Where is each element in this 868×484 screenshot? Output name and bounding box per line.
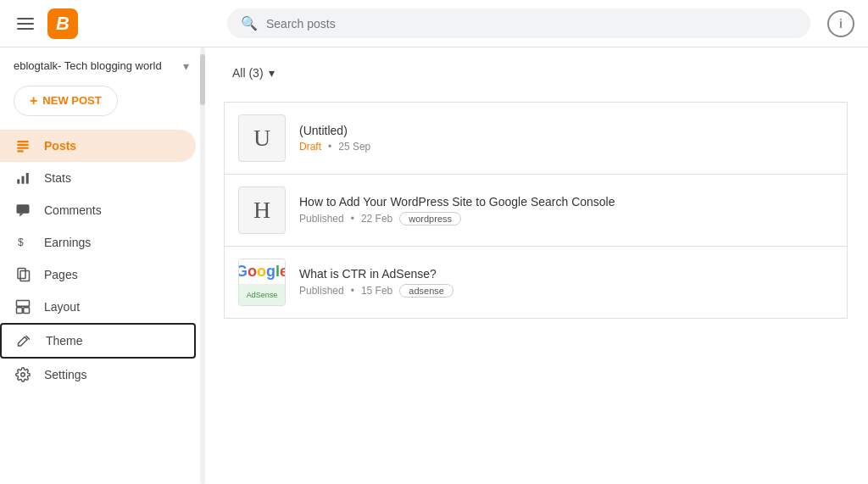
sidebar-item-posts[interactable]: Posts — [0, 130, 196, 162]
new-post-button[interactable]: + NEW POST — [14, 86, 118, 116]
sidebar-item-layout[interactable]: Layout — [0, 291, 196, 323]
table-row[interactable]: Google AdSense What is CTR in AdSense? P… — [224, 246, 848, 319]
svg-rect-13 — [17, 308, 23, 314]
post-meta-2: Published • 22 Feb wordpress — [299, 212, 833, 225]
settings-icon — [14, 367, 32, 382]
filter-dropdown[interactable]: All (3) ▾ — [224, 61, 283, 85]
sidebar-item-posts-label: Posts — [44, 139, 76, 153]
post-meta-sep-3: • — [351, 285, 354, 297]
post-date-3: 15 Feb — [361, 285, 392, 297]
post-date-1: 25 Sep — [338, 141, 370, 153]
filter-row: All (3) ▾ — [224, 61, 848, 85]
search-icon: 🔍 — [241, 15, 258, 31]
svg-marker-8 — [19, 214, 24, 217]
plus-icon: + — [30, 93, 37, 108]
svg-rect-7 — [17, 204, 30, 214]
post-meta-1: Draft • 25 Sep — [299, 141, 833, 153]
svg-rect-1 — [17, 144, 29, 146]
sidebar-item-layout-label: Layout — [44, 300, 80, 314]
table-row[interactable]: H How to Add Your WordPress Site to Goog… — [224, 174, 848, 246]
post-title-2: How to Add Your WordPress Site to Google… — [299, 195, 833, 209]
post-list: U (Untitled) Draft • 25 Sep H How to — [224, 102, 848, 319]
blog-name: eblogtalk- Tech blogging world — [14, 59, 176, 74]
stats-icon — [14, 170, 32, 186]
sidebar-item-earnings[interactable]: $ Earnings — [0, 226, 196, 259]
blog-name-row[interactable]: eblogtalk- Tech blogging world ▾ — [0, 47, 203, 82]
post-tag-adsense: adsense — [399, 284, 453, 298]
blogger-logo: B — [47, 8, 78, 39]
post-title-1: (Untitled) — [299, 124, 833, 137]
posts-icon — [14, 138, 32, 153]
post-thumbnail-2: H — [238, 186, 286, 234]
post-meta-sep-1: • — [328, 141, 331, 153]
sidebar-item-settings-label: Settings — [44, 368, 87, 381]
svg-text:$: $ — [18, 236, 24, 248]
post-thumbnail-3: Google AdSense — [238, 259, 286, 306]
google-g-letters: Google — [238, 263, 286, 281]
svg-rect-6 — [26, 173, 29, 184]
hamburger-icon[interactable] — [14, 14, 37, 33]
content: All (3) ▾ U (Untitled) Draft • 25 Sep — [203, 47, 868, 332]
sidebar-scrollbar-thumb[interactable] — [200, 54, 205, 105]
filter-chevron-icon: ▾ — [269, 66, 275, 80]
sidebar-item-stats[interactable]: Stats — [0, 162, 196, 194]
svg-rect-14 — [24, 308, 30, 314]
pages-icon — [14, 267, 32, 282]
new-post-label: NEW POST — [42, 94, 101, 107]
post-thumbnail-1: U — [238, 114, 286, 162]
topbar: B 🔍 i — [0, 0, 868, 47]
content-wrapper: All (3) ▾ U (Untitled) Draft • 25 Sep — [203, 47, 868, 484]
sidebar-scrollbar-track — [200, 47, 205, 484]
svg-rect-2 — [17, 147, 29, 148]
post-info-2: How to Add Your WordPress Site to Google… — [299, 195, 833, 225]
post-info-3: What is CTR in AdSense? Published • 15 F… — [299, 267, 833, 298]
svg-rect-12 — [17, 300, 30, 306]
post-date-2: 22 Feb — [361, 213, 392, 225]
sidebar-item-settings[interactable]: Settings — [0, 359, 196, 391]
sidebar-item-pages[interactable]: Pages — [0, 259, 196, 291]
svg-rect-10 — [18, 268, 25, 278]
post-status-2: Published — [299, 213, 344, 225]
post-meta-sep-2: • — [351, 213, 354, 225]
layout-icon — [14, 299, 32, 314]
main-layout: eblogtalk- Tech blogging world ▾ + NEW P… — [0, 47, 868, 484]
post-meta-3: Published • 15 Feb adsense — [299, 284, 833, 298]
sidebar-item-comments-label: Comments — [44, 203, 102, 217]
filter-label: All (3) — [232, 66, 264, 80]
sidebar-item-theme[interactable]: Theme — [0, 323, 196, 359]
comments-icon — [14, 203, 32, 218]
post-info-1: (Untitled) Draft • 25 Sep — [299, 124, 833, 153]
info-icon[interactable]: i — [827, 10, 854, 37]
sidebar-item-comments[interactable]: Comments — [0, 194, 196, 226]
post-title-3: What is CTR in AdSense? — [299, 267, 833, 281]
sidebar-item-earnings-label: Earnings — [44, 236, 91, 249]
post-status-3: Published — [299, 285, 344, 297]
sidebar-item-stats-label: Stats — [44, 171, 71, 185]
post-tag-wordpress: wordpress — [399, 212, 461, 225]
sidebar: eblogtalk- Tech blogging world ▾ + NEW P… — [0, 47, 203, 484]
topbar-left: B — [14, 8, 217, 39]
svg-rect-4 — [17, 179, 19, 183]
sidebar-item-pages-label: Pages — [44, 268, 78, 281]
svg-rect-3 — [17, 150, 24, 152]
svg-point-16 — [21, 373, 25, 377]
adsense-icon: AdSense — [247, 291, 278, 299]
search-input[interactable] — [266, 17, 797, 31]
sidebar-item-theme-label: Theme — [46, 334, 83, 348]
post-status-1: Draft — [299, 141, 321, 153]
earnings-icon: $ — [14, 235, 32, 250]
table-row[interactable]: U (Untitled) Draft • 25 Sep — [224, 102, 848, 174]
svg-rect-0 — [17, 141, 29, 142]
search-bar: 🔍 — [227, 8, 810, 38]
svg-rect-5 — [22, 176, 25, 184]
chevron-down-icon: ▾ — [183, 59, 189, 73]
theme-icon — [15, 333, 34, 348]
